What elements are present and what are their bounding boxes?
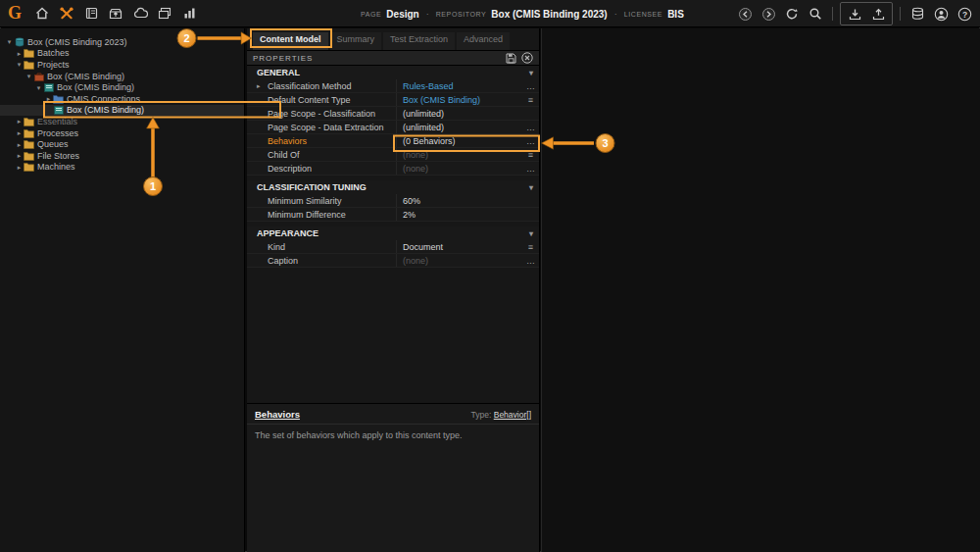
property-row-description[interactable]: Description(none)… [247,162,539,176]
property-value[interactable]: (none) [396,254,522,267]
property-value[interactable]: 60% [396,194,522,207]
ellipsis-button[interactable]: … [522,121,539,133]
type-link[interactable]: Behavior[] [494,410,531,420]
search-icon[interactable] [806,4,825,24]
property-label: Page Scope - Data Extraction [268,123,384,132]
tree-item-projects[interactable]: ▾Projects [0,59,244,71]
menu-button[interactable]: ≡ [522,240,539,253]
expander-expanded-icon[interactable]: ▾ [15,61,24,68]
property-value[interactable]: (unlimited) [396,107,522,120]
property-label-cell: Description [247,162,396,175]
property-value[interactable]: (none) [396,148,522,161]
property-value[interactable]: Rules-Based [396,79,522,92]
menu-button[interactable]: ≡ [522,93,539,106]
property-value[interactable]: Box (CMIS Binding) [396,93,522,106]
tab-content-model[interactable]: Content Model [253,32,328,50]
forward-icon[interactable] [759,4,778,24]
tab-test-extraction[interactable]: Test Extraction [383,32,455,50]
property-value[interactable]: (none) [396,162,522,175]
section-header-general[interactable]: GENERAL▾ [247,66,539,79]
folder-icon [24,151,34,161]
tree-item-machines[interactable]: ▸Machines [0,162,244,174]
property-row-minimum-difference[interactable]: Minimum Difference2% [247,208,539,222]
save-icon[interactable] [506,53,516,64]
stats-chart-icon[interactable] [179,4,199,24]
property-value[interactable]: (unlimited) [396,121,522,133]
page-value[interactable]: Design [386,9,418,20]
expander-expanded-icon[interactable]: ▾ [5,38,14,45]
folder-icon [24,117,34,126]
ellipsis-button[interactable]: … [522,79,539,92]
folder-icon [24,128,34,138]
tree-item-box-cmis-binding[interactable]: ▾Box (CMIS Binding) [0,81,244,93]
file-stores-icon[interactable] [155,4,174,24]
menu-button[interactable]: ≡ [522,148,539,161]
grooper-logo[interactable]: G [0,0,29,27]
property-row-kind[interactable]: KindDocument≡ [247,240,539,254]
tab-summary[interactable]: Summary [330,32,382,50]
property-row-classification-method[interactable]: ▸Classification MethodRules-Based… [247,79,539,93]
expander-collapsed-icon[interactable]: ▸ [15,129,24,136]
chevron-down-icon[interactable]: ▾ [529,229,533,238]
chevron-down-icon[interactable]: ▾ [529,69,533,77]
expander-expanded-icon[interactable]: ▾ [24,73,33,79]
property-row-minimum-similarity[interactable]: Minimum Similarity60% [247,194,539,208]
user-icon[interactable] [931,4,951,24]
expander-collapsed-icon[interactable]: ▸ [15,50,24,57]
property-value[interactable]: 2% [396,208,522,221]
tree-item-cmis-connections[interactable]: ▸CMIS Connections [0,93,244,105]
tree-item-box-cmis-binding-2023[interactable]: ▾Box (CMIS Binding 2023) [0,36,244,48]
help-icon[interactable]: ? [955,4,974,24]
property-row-child-of[interactable]: Child Of(none)≡ [247,148,539,162]
section-header-appearance[interactable]: APPEARANCE▾ [247,226,539,240]
tree-item-file-stores[interactable]: ▸File Stores [0,150,244,162]
tree-item-queues[interactable]: ▸Queues [0,138,244,150]
ellipsis-button[interactable]: … [522,134,539,147]
ellipsis-button[interactable]: … [522,162,539,175]
home-icon[interactable] [32,4,52,24]
repository-value[interactable]: Box (CMIS Binding 2023) [491,9,607,20]
property-row-page-scope-data-extraction[interactable]: Page Scope - Data Extraction(unlimited)… [247,121,539,134]
close-icon[interactable] [521,52,533,64]
property-label-cell: Default Content Type [247,93,396,106]
batches-icon[interactable] [81,4,101,24]
expander-collapsed-icon[interactable]: ▸ [15,164,24,171]
expander-expanded-icon[interactable]: ▾ [34,84,43,91]
property-grid: GENERAL▾▸Classification MethodRules-Base… [247,66,539,268]
property-label-cell: Caption [247,254,396,267]
upload-icon[interactable] [868,4,888,24]
property-row-default-content-type[interactable]: Default Content TypeBox (CMIS Binding)≡ [247,93,539,107]
blue-folder-icon [53,94,64,104]
design-tools-icon[interactable] [57,4,76,24]
tree-item-batches[interactable]: ▸Batches [0,48,244,60]
tree-item-processes[interactable]: ▸Processes [0,127,244,139]
folder-icon [24,162,34,172]
description-title-row: Behaviors Type: Behavior[] [247,404,539,425]
ellipsis-button[interactable]: … [522,254,539,267]
section-header-classification-tuning[interactable]: CLASSIFICATION TUNING▾ [247,180,539,194]
export-box-icon[interactable] [106,4,125,24]
licensee-label: LICENSEE [624,11,662,18]
expander-collapsed-icon[interactable]: ▸ [15,141,24,148]
back-icon[interactable] [735,4,755,24]
topbar-right: ? [735,0,974,27]
expander-collapsed-icon[interactable]: ▸ [15,152,24,159]
expander-collapsed-icon[interactable]: ▸ [15,118,24,125]
download-icon[interactable] [845,4,864,24]
tree-item-box-cmis-binding[interactable]: ▾Box (CMIS Binding) [0,71,244,82]
cloud-icon[interactable] [130,4,150,24]
layers-icon[interactable] [907,4,927,24]
property-label: Page Scope - Classification [268,109,375,119]
refresh-icon[interactable] [782,4,802,24]
property-value[interactable]: (0 Behaviors) [396,134,522,147]
tab-advanced[interactable]: Advanced [457,32,510,50]
chevron-down-icon[interactable]: ▾ [529,183,533,192]
expander-collapsed-icon[interactable]: ▸ [257,82,268,90]
tree-item-box-cmis-binding[interactable]: Box (CMIS Binding) [0,105,244,117]
property-value[interactable]: Document [396,240,522,253]
property-row-behaviors[interactable]: Behaviors(0 Behaviors)… [247,134,539,148]
tree-item-essentials[interactable]: ▸Essentials [0,116,244,127]
property-row-caption[interactable]: Caption(none)… [247,254,539,268]
property-row-page-scope-classification[interactable]: Page Scope - Classification(unlimited) [247,107,539,121]
expander-collapsed-icon[interactable]: ▸ [44,95,53,102]
